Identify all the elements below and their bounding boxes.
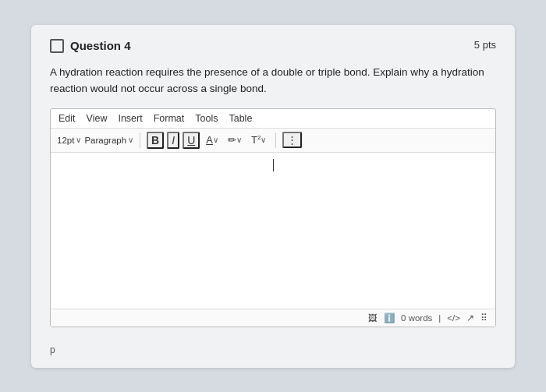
more-options-button[interactable]: ⋮	[282, 132, 302, 148]
editor-wrapper: Edit View Insert Format Tools Table 12pt…	[50, 108, 496, 327]
menu-table[interactable]: Table	[227, 112, 254, 125]
font-color-a: A	[206, 135, 213, 145]
paragraph-value: Paragraph	[84, 136, 126, 145]
footnote-p: p	[50, 344, 55, 355]
word-count: 0 words	[401, 313, 432, 323]
menu-view[interactable]: View	[85, 112, 109, 125]
expand-button[interactable]: ↗	[466, 313, 474, 323]
superscript-chevron: ∨	[261, 136, 266, 144]
question-text: A hydration reaction requires the presen…	[50, 64, 487, 97]
menu-format[interactable]: Format	[152, 112, 186, 125]
bold-button[interactable]: B	[147, 132, 164, 149]
editor-toolbar: 12pt ∨ Paragraph ∨ B I U A ∨ ✏ ∨	[51, 129, 495, 153]
font-size-select[interactable]: 12pt ∨	[57, 136, 81, 145]
image-icon-btn[interactable]: 🖼	[368, 313, 378, 323]
editor-statusbar: 🖼 ℹ️ 0 words | </> ↗ ⠿	[51, 309, 495, 327]
superscript-button[interactable]: T2 ∨	[248, 133, 269, 147]
underline-button[interactable]: U	[183, 132, 200, 149]
question-card: Question 4 5 pts A hydration reaction re…	[31, 25, 515, 368]
paragraph-select[interactable]: Paragraph ∨	[84, 136, 133, 145]
toolbar-divider-2	[275, 132, 276, 148]
question-title: Question 4	[50, 39, 131, 53]
font-color-button[interactable]: A ∨	[203, 133, 222, 147]
font-size-chevron: ∨	[76, 136, 81, 144]
menu-tools[interactable]: Tools	[193, 112, 219, 125]
points-badge: 5 pts	[474, 39, 496, 51]
paragraph-chevron: ∨	[128, 136, 133, 144]
code-view-button[interactable]: </>	[447, 313, 460, 323]
font-size-value: 12pt	[57, 136, 74, 145]
checkbox-icon	[50, 39, 64, 53]
info-icon-btn[interactable]: ℹ️	[384, 313, 395, 323]
editor-menu-bar: Edit View Insert Format Tools Table	[51, 109, 495, 129]
toolbar-divider-1	[140, 132, 140, 148]
font-color-chevron: ∨	[213, 136, 218, 144]
pencil-icon: ✏	[228, 135, 236, 145]
grid-button[interactable]: ⠿	[480, 313, 488, 323]
editor-content-area[interactable]	[51, 153, 495, 309]
superscript-label: T2	[251, 135, 261, 145]
card-header: Question 4 5 pts	[50, 39, 496, 53]
menu-insert[interactable]: Insert	[116, 112, 144, 125]
divider-bar: |	[438, 313, 441, 323]
page-container: Question 4 5 pts A hydration reaction re…	[0, 0, 546, 392]
pencil-button[interactable]: ✏ ∨	[225, 133, 245, 147]
text-cursor	[273, 159, 274, 171]
pencil-chevron: ∨	[236, 136, 242, 144]
italic-button[interactable]: I	[167, 132, 179, 149]
menu-edit[interactable]: Edit	[57, 112, 77, 125]
question-label: Question 4	[70, 39, 131, 52]
